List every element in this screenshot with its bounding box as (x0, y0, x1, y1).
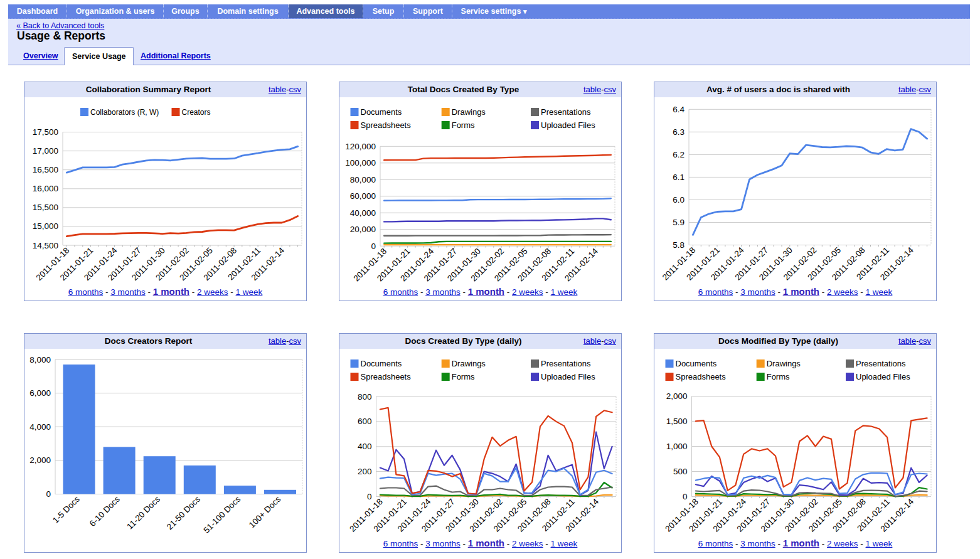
svg-text:60,000: 60,000 (350, 191, 376, 201)
svg-text:14,500: 14,500 (33, 241, 58, 250)
svg-text:Collaborators (R, W): Collaborators (R, W) (90, 108, 159, 117)
svg-text:6.4: 6.4 (673, 105, 684, 114)
svg-text:800: 800 (358, 392, 372, 402)
svg-text:Presentations: Presentations (541, 107, 591, 117)
svg-text:Creators: Creators (182, 108, 211, 117)
svg-text:Documents: Documents (361, 359, 402, 368)
svg-text:21-50 Docs: 21-50 Docs (165, 494, 203, 532)
svg-text:20,000: 20,000 (350, 225, 376, 234)
svg-text:Forms: Forms (452, 372, 475, 381)
svg-text:Drawings: Drawings (452, 107, 486, 117)
svg-text:Presentations: Presentations (856, 359, 906, 368)
svg-text:Presentations: Presentations (541, 359, 591, 368)
svg-text:100+ Docs: 100+ Docs (247, 494, 283, 530)
svg-text:Uploaded Files: Uploaded Files (856, 372, 910, 381)
svg-text:6.2: 6.2 (673, 150, 684, 159)
svg-text:17,500: 17,500 (33, 127, 58, 137)
svg-text:Drawings: Drawings (452, 359, 486, 368)
svg-text:Forms: Forms (767, 372, 790, 381)
svg-text:6.0: 6.0 (673, 195, 684, 205)
svg-text:Forms: Forms (452, 120, 475, 130)
svg-text:Spreadsheets: Spreadsheets (676, 372, 727, 381)
svg-text:0: 0 (367, 492, 372, 501)
svg-text:11-20 Docs: 11-20 Docs (125, 494, 162, 531)
svg-text:Uploaded Files: Uploaded Files (541, 372, 595, 381)
svg-text:100,000: 100,000 (345, 158, 376, 168)
svg-text:6,000: 6,000 (29, 388, 51, 398)
svg-text:600: 600 (358, 417, 372, 426)
svg-text:15,000: 15,000 (33, 221, 58, 231)
svg-text:5.9: 5.9 (673, 218, 684, 227)
svg-text:80,000: 80,000 (350, 175, 376, 184)
svg-text:Drawings: Drawings (767, 359, 801, 368)
svg-text:4,000: 4,000 (29, 422, 51, 432)
svg-text:1,000: 1,000 (666, 442, 688, 451)
svg-text:6-10 Docs: 6-10 Docs (88, 494, 122, 528)
svg-text:2,000: 2,000 (666, 391, 688, 401)
svg-text:16,500: 16,500 (33, 165, 58, 174)
svg-text:0: 0 (683, 492, 688, 501)
svg-text:6.3: 6.3 (673, 127, 684, 137)
svg-text:15,500: 15,500 (33, 203, 58, 212)
svg-text:0: 0 (46, 489, 51, 499)
svg-text:200: 200 (358, 467, 372, 476)
svg-text:6.1: 6.1 (673, 173, 684, 182)
svg-text:Documents: Documents (676, 359, 717, 368)
svg-text:Uploaded Files: Uploaded Files (541, 120, 595, 130)
svg-text:5.8: 5.8 (673, 240, 684, 250)
svg-text:40,000: 40,000 (350, 208, 376, 218)
svg-text:0: 0 (371, 242, 376, 251)
svg-text:51-100 Docs: 51-100 Docs (202, 494, 243, 535)
svg-text:17,000: 17,000 (33, 146, 58, 156)
svg-text:Spreadsheets: Spreadsheets (361, 372, 412, 381)
svg-text:8,000: 8,000 (29, 355, 51, 365)
svg-text:500: 500 (673, 467, 688, 476)
svg-text:1,500: 1,500 (666, 417, 688, 426)
svg-text:2,000: 2,000 (29, 455, 51, 465)
svg-text:16,000: 16,000 (33, 184, 58, 193)
svg-text:120,000: 120,000 (345, 142, 376, 151)
svg-text:400: 400 (358, 442, 372, 451)
svg-text:Documents: Documents (361, 107, 402, 117)
svg-text:1-5 Docs: 1-5 Docs (51, 494, 82, 525)
svg-text:Spreadsheets: Spreadsheets (361, 120, 412, 130)
